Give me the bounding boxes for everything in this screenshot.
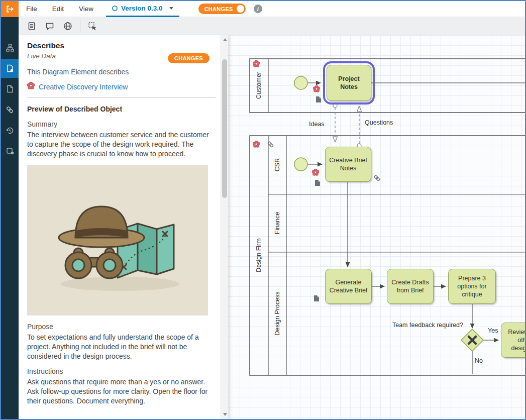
describes-icon[interactable] <box>1 59 19 78</box>
section-body-summary: The interview between customer service a… <box>27 130 216 159</box>
pool-label-design-firm: Design Firm <box>255 238 262 272</box>
chain-link-icon[interactable] <box>1 100 19 119</box>
flower-icon <box>253 141 260 148</box>
menu-bar: File Edit View Version 0.3.0 CHANGES i <box>19 1 525 17</box>
label-no: No <box>475 357 483 364</box>
history-icon[interactable] <box>1 121 19 140</box>
page-icon <box>313 295 320 302</box>
panel-scrollbar[interactable] <box>221 35 228 419</box>
scroll-down-arrow-icon[interactable] <box>223 413 227 416</box>
task-review-designers[interactable]: Review with other designers <box>501 323 525 358</box>
explorer-illustration <box>27 165 208 316</box>
hierarchy-icon[interactable] <box>1 38 19 57</box>
pool-design-firm[interactable] <box>250 136 525 375</box>
chevron-down-icon <box>169 7 173 10</box>
task-prepare-options[interactable]: Prepare 3 options for critique <box>448 269 496 304</box>
flower-icon <box>27 82 35 91</box>
task-generate-creative-brief[interactable]: Generate Creative Brief <box>325 269 372 304</box>
changes-toggle[interactable]: CHANGES <box>198 4 246 14</box>
chain-link-icon <box>267 141 274 148</box>
section-heading-summary: Summary <box>27 120 216 128</box>
task-creative-brief-notes[interactable]: Creative Brief Notes <box>325 147 371 182</box>
toolbar-separator <box>80 21 80 32</box>
scrollbar-thumb[interactable] <box>222 59 227 198</box>
globe-icon[interactable] <box>61 19 75 33</box>
message-flow-ideas-origin <box>333 103 337 108</box>
comment-icon[interactable] <box>43 19 57 33</box>
task-create-drafts[interactable]: Create Drafts from Brief <box>387 269 434 304</box>
extensions-icon[interactable] <box>1 141 19 160</box>
flower-icon <box>313 85 320 92</box>
toolbar <box>19 17 525 35</box>
version-selector[interactable]: Version 0.3.0 <box>106 1 179 17</box>
info-icon[interactable]: i <box>254 5 262 13</box>
label-ideas: Ideas <box>309 121 325 128</box>
page-icon <box>314 179 321 186</box>
left-sidebar <box>1 1 19 419</box>
menu-file[interactable]: File <box>19 1 45 17</box>
menu-view[interactable]: View <box>71 1 101 17</box>
page-icon <box>315 96 322 103</box>
menu-edit[interactable]: Edit <box>45 1 71 17</box>
flower-icon <box>253 60 260 67</box>
preview-heading: Preview of Described Object <box>27 105 216 113</box>
section-heading-purpose: Purpose <box>27 323 216 331</box>
divider <box>27 97 216 98</box>
marquee-select-icon[interactable] <box>85 19 99 33</box>
pool-label-customer: Customer <box>255 72 262 99</box>
document-lines-icon[interactable] <box>25 19 39 33</box>
pool-customer[interactable] <box>250 59 525 113</box>
task-project-notes[interactable]: Project Notes <box>327 65 371 101</box>
app-window: Customer Design Firm CSR Finance Design … <box>0 0 526 420</box>
app-logo[interactable] <box>1 1 19 17</box>
document-icon[interactable] <box>1 79 19 98</box>
label-yes: Yes <box>488 327 498 334</box>
chain-link-icon <box>373 174 381 182</box>
flower-icon <box>312 169 319 176</box>
changes-badge: CHANGES <box>168 53 209 63</box>
version-label: Version 0.3.0 <box>121 5 163 12</box>
label-questions: Questions <box>365 119 393 126</box>
section-body-purpose: To set expectations and fully understand… <box>27 333 216 361</box>
describes-caption: This Diagram Element describes <box>27 68 216 76</box>
toggle-knob <box>237 5 244 13</box>
panel-title: Describes <box>27 41 216 50</box>
lane-label-finance: Finance <box>274 212 281 234</box>
described-object-link[interactable]: Creative Discovery Interview <box>39 83 128 91</box>
scroll-up-arrow-icon[interactable] <box>223 38 227 41</box>
start-event-customer[interactable] <box>294 76 307 89</box>
lane-label-csr: CSR <box>274 158 281 171</box>
describes-panel: Describes Live Data This Diagram Element… <box>19 35 228 419</box>
version-circle-icon <box>112 6 118 11</box>
section-heading-instructions: Instructions <box>27 367 216 375</box>
lane-label-design-process: Design Process <box>274 291 281 336</box>
label-feedback: Team feedback required? <box>370 322 463 329</box>
changes-toggle-label: CHANGES <box>204 6 233 12</box>
section-body-instructions: Ask questions that require more than a y… <box>27 377 216 406</box>
start-event-csr[interactable] <box>294 158 307 171</box>
